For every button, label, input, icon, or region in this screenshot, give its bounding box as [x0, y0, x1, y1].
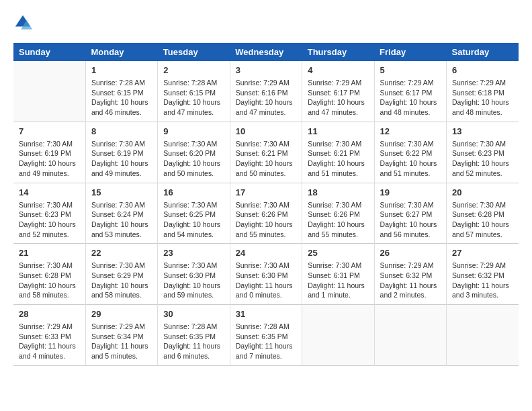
- day-info: Sunrise: 7:29 AM Sunset: 6:16 PM Dayligh…: [236, 78, 296, 118]
- day-info: Sunrise: 7:30 AM Sunset: 6:19 PM Dayligh…: [19, 139, 80, 179]
- day-info: Sunrise: 7:30 AM Sunset: 6:25 PM Dayligh…: [163, 200, 224, 240]
- day-number: 6: [452, 65, 513, 75]
- calendar-week-4: 21Sunrise: 7:30 AM Sunset: 6:28 PM Dayli…: [13, 244, 519, 305]
- calendar-cell: 25Sunrise: 7:30 AM Sunset: 6:31 PM Dayli…: [302, 244, 374, 305]
- calendar-cell: 31Sunrise: 7:28 AM Sunset: 6:35 PM Dayli…: [230, 305, 302, 366]
- calendar-header-row: SundayMondayTuesdayWednesdayThursdayFrid…: [13, 43, 519, 61]
- calendar-cell: 16Sunrise: 7:30 AM Sunset: 6:25 PM Dayli…: [158, 183, 230, 244]
- day-number: 23: [163, 248, 224, 258]
- day-number: 9: [163, 126, 224, 136]
- page-header: [13, 13, 519, 32]
- day-info: Sunrise: 7:30 AM Sunset: 6:31 PM Dayligh…: [308, 261, 368, 300]
- day-info: Sunrise: 7:28 AM Sunset: 6:35 PM Dayligh…: [236, 322, 296, 361]
- calendar-cell: [374, 305, 446, 366]
- calendar-week-1: 1Sunrise: 7:28 AM Sunset: 6:15 PM Daylig…: [13, 61, 519, 122]
- calendar-cell: [13, 61, 85, 122]
- calendar-week-2: 7Sunrise: 7:30 AM Sunset: 6:19 PM Daylig…: [13, 122, 519, 183]
- day-number: 10: [236, 126, 296, 136]
- calendar-cell: 4Sunrise: 7:29 AM Sunset: 6:17 PM Daylig…: [302, 61, 374, 122]
- calendar-cell: 20Sunrise: 7:30 AM Sunset: 6:28 PM Dayli…: [447, 183, 519, 244]
- calendar-cell: 3Sunrise: 7:29 AM Sunset: 6:16 PM Daylig…: [230, 61, 302, 122]
- calendar-cell: 19Sunrise: 7:30 AM Sunset: 6:27 PM Dayli…: [374, 183, 446, 244]
- day-number: 3: [236, 65, 296, 75]
- day-number: 24: [236, 248, 296, 258]
- calendar-cell: 2Sunrise: 7:28 AM Sunset: 6:15 PM Daylig…: [158, 61, 230, 122]
- day-info: Sunrise: 7:30 AM Sunset: 6:22 PM Dayligh…: [380, 139, 441, 179]
- calendar-cell: 27Sunrise: 7:29 AM Sunset: 6:32 PM Dayli…: [447, 244, 519, 305]
- calendar-cell: 26Sunrise: 7:29 AM Sunset: 6:32 PM Dayli…: [374, 244, 446, 305]
- day-number: 7: [19, 126, 80, 136]
- day-info: Sunrise: 7:29 AM Sunset: 6:18 PM Dayligh…: [452, 78, 513, 118]
- day-info: Sunrise: 7:30 AM Sunset: 6:23 PM Dayligh…: [452, 139, 513, 179]
- header-saturday: Saturday: [447, 43, 519, 61]
- calendar-cell: 6Sunrise: 7:29 AM Sunset: 6:18 PM Daylig…: [447, 61, 519, 122]
- logo-icon: [13, 13, 32, 32]
- calendar-cell: 12Sunrise: 7:30 AM Sunset: 6:22 PM Dayli…: [374, 122, 446, 183]
- calendar-cell: 10Sunrise: 7:30 AM Sunset: 6:21 PM Dayli…: [230, 122, 302, 183]
- day-info: Sunrise: 7:29 AM Sunset: 6:17 PM Dayligh…: [380, 78, 441, 118]
- day-info: Sunrise: 7:30 AM Sunset: 6:19 PM Dayligh…: [91, 139, 152, 179]
- day-number: 11: [308, 126, 368, 136]
- header-sunday: Sunday: [13, 43, 85, 61]
- calendar-cell: 22Sunrise: 7:30 AM Sunset: 6:29 PM Dayli…: [85, 244, 157, 305]
- day-number: 17: [236, 187, 296, 197]
- day-info: Sunrise: 7:30 AM Sunset: 6:30 PM Dayligh…: [163, 261, 224, 300]
- day-info: Sunrise: 7:30 AM Sunset: 6:21 PM Dayligh…: [308, 139, 368, 179]
- day-number: 29: [91, 309, 152, 319]
- day-number: 28: [19, 309, 80, 319]
- day-number: 4: [308, 65, 368, 75]
- day-number: 31: [236, 309, 296, 319]
- calendar-cell: 23Sunrise: 7:30 AM Sunset: 6:30 PM Dayli…: [158, 244, 230, 305]
- day-info: Sunrise: 7:30 AM Sunset: 6:21 PM Dayligh…: [236, 139, 296, 179]
- calendar-cell: 28Sunrise: 7:29 AM Sunset: 6:33 PM Dayli…: [13, 305, 85, 366]
- day-number: 20: [452, 187, 513, 197]
- day-number: 8: [91, 126, 152, 136]
- day-number: 21: [19, 248, 80, 258]
- day-number: 22: [91, 248, 152, 258]
- day-number: 12: [380, 126, 441, 136]
- day-number: 2: [163, 65, 224, 75]
- calendar-cell: 13Sunrise: 7:30 AM Sunset: 6:23 PM Dayli…: [447, 122, 519, 183]
- day-info: Sunrise: 7:30 AM Sunset: 6:23 PM Dayligh…: [19, 200, 80, 240]
- day-number: 18: [308, 187, 368, 197]
- calendar-cell: 29Sunrise: 7:29 AM Sunset: 6:34 PM Dayli…: [85, 305, 157, 366]
- day-number: 14: [19, 187, 80, 197]
- header-monday: Monday: [85, 43, 157, 61]
- calendar-cell: 5Sunrise: 7:29 AM Sunset: 6:17 PM Daylig…: [374, 61, 446, 122]
- day-info: Sunrise: 7:29 AM Sunset: 6:34 PM Dayligh…: [91, 322, 152, 361]
- day-number: 16: [163, 187, 224, 197]
- calendar-cell: 24Sunrise: 7:30 AM Sunset: 6:30 PM Dayli…: [230, 244, 302, 305]
- calendar-cell: 18Sunrise: 7:30 AM Sunset: 6:26 PM Dayli…: [302, 183, 374, 244]
- calendar-week-5: 28Sunrise: 7:29 AM Sunset: 6:33 PM Dayli…: [13, 305, 519, 366]
- calendar-cell: 1Sunrise: 7:28 AM Sunset: 6:15 PM Daylig…: [85, 61, 157, 122]
- day-info: Sunrise: 7:30 AM Sunset: 6:26 PM Dayligh…: [236, 200, 296, 240]
- day-number: 13: [452, 126, 513, 136]
- calendar-cell: 17Sunrise: 7:30 AM Sunset: 6:26 PM Dayli…: [230, 183, 302, 244]
- calendar-cell: 30Sunrise: 7:28 AM Sunset: 6:35 PM Dayli…: [158, 305, 230, 366]
- day-number: 27: [452, 248, 513, 258]
- day-info: Sunrise: 7:29 AM Sunset: 6:32 PM Dayligh…: [452, 261, 513, 300]
- day-info: Sunrise: 7:28 AM Sunset: 6:15 PM Dayligh…: [163, 78, 224, 118]
- day-number: 26: [380, 248, 441, 258]
- day-info: Sunrise: 7:29 AM Sunset: 6:33 PM Dayligh…: [19, 322, 80, 361]
- calendar-cell: [447, 305, 519, 366]
- day-number: 25: [308, 248, 368, 258]
- day-number: 15: [91, 187, 152, 197]
- day-info: Sunrise: 7:30 AM Sunset: 6:20 PM Dayligh…: [163, 139, 224, 179]
- calendar-cell: 15Sunrise: 7:30 AM Sunset: 6:24 PM Dayli…: [85, 183, 157, 244]
- header-thursday: Thursday: [302, 43, 374, 61]
- day-info: Sunrise: 7:29 AM Sunset: 6:17 PM Dayligh…: [308, 78, 368, 118]
- day-info: Sunrise: 7:30 AM Sunset: 6:30 PM Dayligh…: [236, 261, 296, 300]
- header-tuesday: Tuesday: [158, 43, 230, 61]
- day-info: Sunrise: 7:30 AM Sunset: 6:28 PM Dayligh…: [19, 261, 80, 300]
- day-number: 30: [163, 309, 224, 319]
- calendar-cell: 7Sunrise: 7:30 AM Sunset: 6:19 PM Daylig…: [13, 122, 85, 183]
- day-info: Sunrise: 7:29 AM Sunset: 6:32 PM Dayligh…: [380, 261, 441, 300]
- calendar-cell: 9Sunrise: 7:30 AM Sunset: 6:20 PM Daylig…: [158, 122, 230, 183]
- day-info: Sunrise: 7:30 AM Sunset: 6:26 PM Dayligh…: [308, 200, 368, 240]
- calendar-cell: 14Sunrise: 7:30 AM Sunset: 6:23 PM Dayli…: [13, 183, 85, 244]
- calendar-cell: 21Sunrise: 7:30 AM Sunset: 6:28 PM Dayli…: [13, 244, 85, 305]
- calendar-cell: 8Sunrise: 7:30 AM Sunset: 6:19 PM Daylig…: [85, 122, 157, 183]
- day-info: Sunrise: 7:30 AM Sunset: 6:27 PM Dayligh…: [380, 200, 441, 240]
- day-number: 1: [91, 65, 152, 75]
